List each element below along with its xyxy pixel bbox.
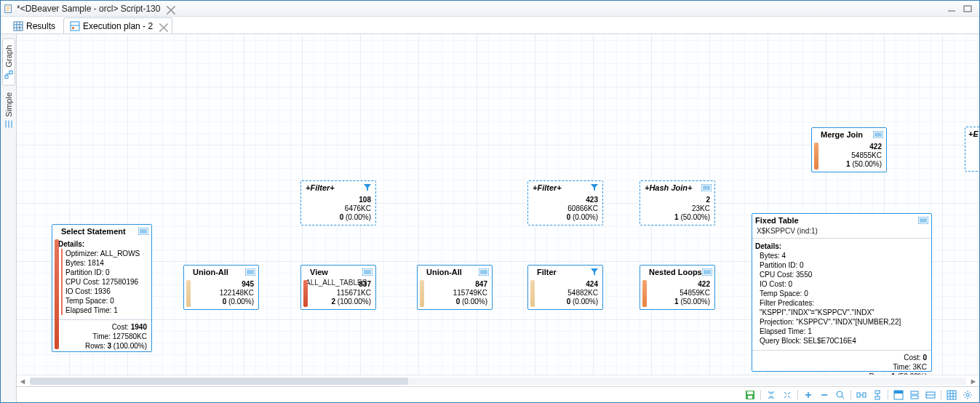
node-select-statement[interactable]: Select Statement Details: Optimizer: ALL… (52, 224, 152, 352)
node-merge-join[interactable]: Merge Join 42254855KC1 (50.00%) (811, 127, 887, 172)
sidetab-graph[interactable]: Graph (2, 39, 15, 86)
stat-rows: 2 (100.00%) (332, 298, 371, 306)
stat-cost: 945 (242, 280, 254, 288)
window-controls (946, 4, 973, 14)
svg-rect-26 (911, 396, 918, 399)
stat-cost: 847 (475, 280, 487, 288)
stat-cpu: 60866KC (567, 204, 598, 212)
detail-line: Bytes: 1814 (65, 258, 147, 268)
detail-line: Projection: "KSPPCV"."INDX"[NUMBER,22] (760, 317, 927, 327)
grid-icon (13, 21, 23, 31)
svg-rect-4 (72, 27, 74, 29)
settings-button[interactable] (960, 388, 975, 402)
zoom-reset-button[interactable] (833, 388, 848, 402)
stat-cost: Cost: Cost: 19401940 (57, 322, 147, 332)
scrollbar-thumb[interactable] (30, 378, 408, 385)
node-menu-icon[interactable] (702, 268, 712, 276)
maximize-button[interactable] (962, 4, 973, 14)
close-tab-icon[interactable] (166, 5, 173, 12)
toggle-details-button[interactable] (891, 388, 906, 402)
node-union-all-1[interactable]: Union-All 945122148KC0 (0.00%) (183, 265, 259, 310)
svg-rect-25 (911, 391, 918, 394)
node-subtitle: X$KSPPCV (ind:1) (752, 227, 931, 236)
node-view[interactable]: View ALL_ALL_TABLES 837115671KC2 (100.00… (300, 265, 376, 310)
save-button[interactable] (743, 388, 757, 402)
stat-time: Time: 127580KC (57, 332, 147, 341)
side-tabstrip: Graph Simple (1, 34, 17, 402)
svg-rect-16 (747, 391, 753, 394)
detail-line: Temp Space: 0 (65, 296, 147, 306)
stat-rows: 1 (50.00%) (674, 213, 710, 221)
minimize-button[interactable] (946, 4, 957, 14)
svg-rect-2 (14, 22, 23, 31)
scrollbar-track[interactable] (30, 378, 966, 385)
node-nested-loops[interactable]: Nested Loops 42254859KC1 (50.00%) (640, 265, 715, 310)
horizontal-scrollbar[interactable]: ◄ ► (17, 375, 979, 386)
node-title: +E (968, 129, 979, 138)
layout-vertical-button[interactable] (870, 388, 885, 402)
layout-horizontal-button[interactable] (854, 388, 869, 402)
sidetab-simple-label: Simple (4, 92, 13, 117)
node-title: Union-All (187, 268, 245, 276)
node-title: Union-All (421, 268, 479, 276)
node-title: Select Statement (55, 227, 138, 236)
detail-line: Filter Predicates: "KSPPI"."INDX"="KSPPC… (760, 298, 927, 317)
node-union-all-2[interactable]: Union-All 847115749KC0 (0.00%) (417, 265, 493, 310)
node-title: +Filter+ (304, 183, 362, 192)
node-menu-icon[interactable] (245, 268, 255, 276)
close-plan-tab-icon[interactable] (159, 23, 166, 30)
node-menu-icon[interactable] (873, 130, 883, 139)
detail-line: Elapsed Time: 1 (760, 327, 927, 336)
filter-icon[interactable] (589, 268, 599, 276)
svg-rect-20 (863, 393, 866, 397)
zoom-out-button[interactable] (817, 388, 832, 402)
svg-rect-19 (857, 393, 860, 397)
expand-all-button[interactable] (780, 388, 794, 402)
detail-line: CPU Cost: 127580196 (65, 277, 147, 287)
stat-cost: 2 (706, 196, 710, 204)
svg-rect-5 (5, 76, 8, 79)
toggle-cost-button[interactable] (923, 388, 938, 402)
node-menu-icon[interactable] (701, 183, 712, 192)
detail-line: Bytes: 4 (760, 251, 927, 260)
stat-rows: Rows: 1 (50.00%) (757, 372, 927, 375)
stat-cost: 108 (359, 196, 371, 204)
plan-canvas[interactable]: Select Statement Details: Optimizer: ALL… (17, 34, 979, 375)
node-hash-join-collapsed[interactable]: +Hash Join+ 223KC1 (50.00%) (640, 180, 715, 226)
node-fixed-table[interactable]: Fixed Table X$KSPPCV (ind:1) Details: By… (752, 213, 932, 372)
scroll-left-icon[interactable]: ◄ (17, 376, 28, 386)
node-menu-icon[interactable] (138, 227, 148, 236)
node-menu-icon[interactable] (362, 268, 373, 276)
scroll-right-icon[interactable]: ► (968, 376, 979, 386)
node-title: Filter (531, 268, 589, 276)
grid-toggle-button[interactable] (944, 388, 959, 402)
toggle-compact-button[interactable] (907, 388, 922, 402)
detail-line: IO Cost: 1936 (65, 287, 147, 296)
stat-cost: 423 (586, 196, 598, 204)
zoom-in-button[interactable] (801, 388, 816, 402)
node-menu-icon[interactable] (918, 216, 928, 225)
stat-rows: 1 (50.00%) (846, 160, 882, 168)
stat-cpu: 54859KC (680, 289, 710, 297)
collapse-all-button[interactable] (764, 388, 778, 402)
detail-line: Temp Space: 0 (760, 289, 927, 298)
graph-icon (4, 71, 13, 79)
stat-rows: 0 (0.00%) (567, 298, 598, 306)
sidetab-simple[interactable]: Simple (2, 86, 15, 135)
node-filter-collapsed-2[interactable]: +Filter+ 42360866KC0 (0.00%) (527, 180, 603, 226)
node-filter-collapsed-1[interactable]: +Filter+ 1086476KC0 (0.00%) (300, 180, 376, 226)
result-tabs: Results Execution plan - 2 (1, 17, 979, 34)
node-offscreen-right[interactable]: +E (965, 127, 979, 172)
stat-cpu: 23KC (692, 204, 710, 212)
editor-tab-title[interactable]: *<DBeaver Sample - orcl> Script-130 (17, 4, 160, 14)
node-filter[interactable]: Filter 42454882KC0 (0.00%) (527, 265, 603, 310)
node-title: View (304, 268, 362, 276)
stat-rows: 0 (0.00%) (223, 298, 254, 306)
filter-icon[interactable] (362, 183, 373, 192)
filter-icon[interactable] (589, 183, 599, 192)
svg-rect-24 (894, 391, 903, 394)
tab-execution-plan[interactable]: Execution plan - 2 (63, 17, 172, 33)
plan-toolbar (17, 386, 979, 402)
node-menu-icon[interactable] (479, 268, 489, 276)
tab-results[interactable]: Results (7, 17, 62, 33)
